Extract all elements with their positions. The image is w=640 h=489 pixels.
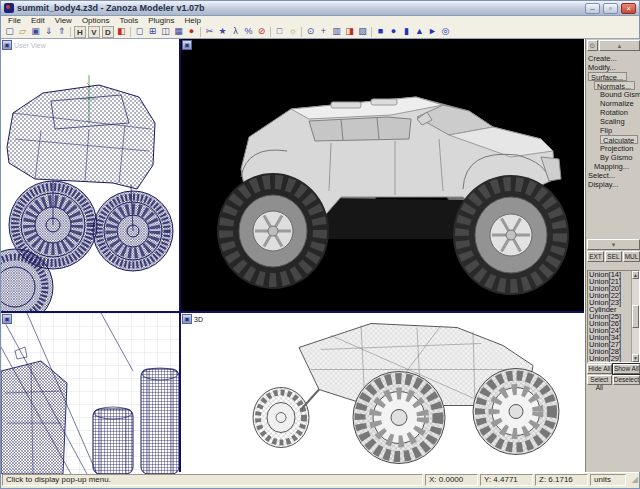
close-button[interactable]: × bbox=[621, 3, 636, 14]
tree-item-calculate[interactable]: Calculate bbox=[600, 135, 638, 144]
menu-options[interactable]: Options bbox=[77, 16, 115, 26]
scroll-down-chevron-icon[interactable]: ▼ bbox=[587, 239, 640, 250]
tree-item-by-gismo[interactable]: By Gismo bbox=[588, 153, 640, 162]
primitive-cube-icon[interactable]: ■ bbox=[374, 26, 387, 38]
view-split-icon[interactable]: ◫ bbox=[159, 26, 172, 38]
copy-view-icon[interactable]: ▥ bbox=[330, 26, 343, 38]
view-quad-icon[interactable]: ⊞ bbox=[146, 26, 159, 38]
menu-edit[interactable]: Edit bbox=[26, 16, 50, 26]
viewport-menu-icon[interactable]: ▣ bbox=[182, 40, 192, 50]
tree-item-bound-gismo[interactable]: Bound Gismo bbox=[588, 90, 640, 99]
mul-mode-button[interactable]: MUL bbox=[623, 251, 640, 262]
scrollbar-track[interactable] bbox=[632, 279, 639, 354]
texture-tool-icon[interactable]: ▨ bbox=[356, 26, 369, 38]
zoom-tool-icon[interactable]: ⊙ bbox=[304, 26, 317, 38]
selection-frame-icon[interactable]: □ bbox=[273, 26, 286, 38]
menu-view[interactable]: View bbox=[50, 16, 77, 26]
viewport-menu-icon[interactable]: ▣ bbox=[2, 40, 12, 50]
tree-item-modify[interactable]: Modify... bbox=[588, 63, 640, 72]
toolbar-separator bbox=[70, 27, 71, 37]
main-toolbar: ▢ ▱ ▣ ⇓ ⇑ H V D ◧ ◻ ⊞ ◫ ▦ ● ✂ ★ λ % ⊘ □ … bbox=[1, 26, 639, 39]
viewport-3d[interactable]: ▣ 3D bbox=[181, 313, 584, 474]
list-item[interactable]: Union[29] bbox=[589, 355, 631, 362]
sel-mode-button[interactable]: SEL bbox=[605, 251, 622, 262]
sidebar-filler bbox=[586, 386, 640, 472]
list-scrollbar[interactable]: ▲ ▼ bbox=[631, 271, 639, 362]
mirror-tool-icon[interactable]: ◧ bbox=[115, 26, 128, 38]
light-tool-icon[interactable]: ☼ bbox=[286, 26, 299, 38]
status-x-coordinate: X: 0.0000 bbox=[425, 474, 478, 486]
export-file-icon[interactable]: ⇑ bbox=[55, 26, 68, 38]
tree-item-create[interactable]: Create... bbox=[588, 54, 640, 63]
command-tree: Create... Modify... Surface... Normals..… bbox=[586, 52, 640, 189]
import-file-icon[interactable]: ⇓ bbox=[42, 26, 55, 38]
render-preview-icon[interactable]: ● bbox=[185, 26, 198, 38]
show-all-button[interactable]: Show All bbox=[613, 364, 640, 374]
menu-help[interactable]: Help bbox=[179, 16, 205, 26]
status-bar: Click to display pop-up menu. X: 0.0000 … bbox=[1, 472, 639, 488]
status-y-coordinate: Y: 4.4771 bbox=[480, 474, 533, 486]
select-all-button[interactable]: Select All bbox=[587, 375, 612, 385]
tree-item-flip[interactable]: Flip bbox=[588, 126, 640, 135]
maximize-button[interactable]: ▫ bbox=[603, 3, 618, 14]
sidebar-pin-icon[interactable]: ⊙ bbox=[587, 40, 598, 51]
tree-item-scaling[interactable]: Scaling bbox=[588, 117, 640, 126]
tree-item-rotation[interactable]: Rotation bbox=[588, 108, 640, 117]
status-units: units bbox=[590, 474, 626, 486]
bones-tool-icon[interactable]: λ bbox=[229, 26, 242, 38]
tree-item-projection[interactable]: Projection bbox=[588, 144, 640, 153]
viewport-ortho[interactable]: ▣ bbox=[1, 313, 179, 474]
save-file-icon[interactable]: ▣ bbox=[29, 26, 42, 38]
material-tool-icon[interactable]: ◨ bbox=[343, 26, 356, 38]
wireframe-truck-front bbox=[1, 313, 179, 474]
ext-mode-button[interactable]: EXT bbox=[587, 251, 604, 262]
viewport-user-view[interactable]: ▣ User View bbox=[1, 39, 179, 311]
window-title: summit_body4.z3d - Zanoza Modeler v1.07b bbox=[17, 3, 582, 13]
tree-item-mapping[interactable]: Mapping... bbox=[588, 162, 640, 171]
percent-tool-icon[interactable]: % bbox=[242, 26, 255, 38]
scrollbar-thumb[interactable] bbox=[632, 305, 639, 328]
toolbar-separator bbox=[270, 27, 271, 37]
primitive-cone-icon[interactable]: ▲ bbox=[413, 26, 426, 38]
scroll-up-arrow-icon[interactable]: ▲ bbox=[632, 271, 639, 279]
view-single-icon[interactable]: ◻ bbox=[133, 26, 146, 38]
split-horizontal-button[interactable]: H bbox=[74, 26, 86, 38]
split-quad-button[interactable]: D bbox=[102, 26, 114, 38]
title-bar[interactable]: summit_body4.z3d - Zanoza Modeler v1.07b… bbox=[1, 1, 639, 16]
primitive-sphere-icon[interactable]: ● bbox=[387, 26, 400, 38]
deselect-button[interactable]: Deselect bbox=[613, 375, 640, 385]
primitive-arrow-icon[interactable]: ► bbox=[426, 26, 439, 38]
cut-tool-icon[interactable]: ✂ bbox=[203, 26, 216, 38]
primitive-cylinder-icon[interactable]: ▮ bbox=[400, 26, 413, 38]
tree-item-normalize[interactable]: Normalize bbox=[588, 99, 640, 108]
wireframe-truck-3d bbox=[181, 313, 584, 474]
selection-mode-bar: EXT SEL MUL bbox=[586, 251, 640, 262]
split-vertical-button[interactable]: V bbox=[88, 26, 100, 38]
tree-item-display[interactable]: Display... bbox=[588, 180, 640, 189]
status-message: Click to display pop-up menu. bbox=[2, 474, 423, 486]
primitive-torus-icon[interactable]: ◎ bbox=[439, 26, 452, 38]
viewport-menu-icon[interactable]: ▣ bbox=[182, 314, 192, 324]
open-file-icon[interactable]: ▱ bbox=[16, 26, 29, 38]
app-window: summit_body4.z3d - Zanoza Modeler v1.07b… bbox=[0, 0, 640, 489]
viewport-menu-icon[interactable]: ▣ bbox=[2, 314, 12, 324]
menu-plugins[interactable]: Plugins bbox=[143, 16, 179, 26]
tree-item-surface[interactable]: Surface... bbox=[588, 72, 627, 81]
resize-grip[interactable]: ◢ bbox=[628, 474, 638, 486]
pan-tool-icon[interactable]: + bbox=[317, 26, 330, 38]
tree-item-normals[interactable]: Normals... bbox=[594, 81, 635, 90]
scroll-up-chevron-icon[interactable]: ▲ bbox=[599, 40, 640, 51]
tree-item-select[interactable]: Select... bbox=[588, 171, 640, 180]
menu-file[interactable]: File bbox=[3, 16, 26, 26]
disable-tool-icon[interactable]: ⊘ bbox=[255, 26, 268, 38]
command-sidebar: ⊙ ▲ Create... Modify... Surface... Norma… bbox=[586, 39, 640, 472]
minimize-button[interactable]: – bbox=[585, 3, 600, 14]
menu-tools[interactable]: Tools bbox=[114, 16, 143, 26]
scroll-down-arrow-icon[interactable]: ▼ bbox=[632, 354, 639, 362]
viewport-render[interactable]: ▣ bbox=[181, 39, 584, 311]
hide-all-button[interactable]: Hide All bbox=[587, 364, 612, 374]
new-file-icon[interactable]: ▢ bbox=[3, 26, 16, 38]
star-tool-icon[interactable]: ★ bbox=[216, 26, 229, 38]
view-grid-icon[interactable]: ▦ bbox=[172, 26, 185, 38]
viewport-grid: ▣ User View bbox=[1, 39, 584, 472]
